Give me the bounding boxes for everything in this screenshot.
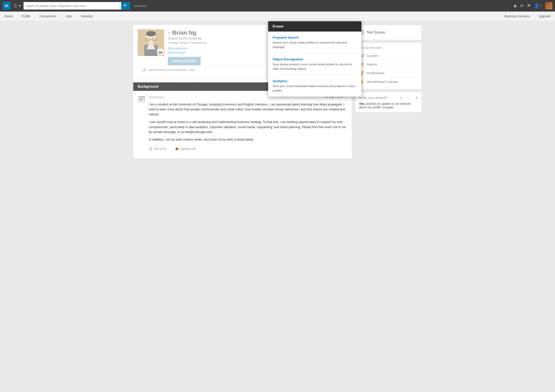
eraser-keyword-desc: Search your social media profiles to vie… <box>273 40 357 49</box>
avatar[interactable] <box>545 2 552 9</box>
add-items-list: 📰 Courses 📜 Patents 🏆 Certifications ✋ V… <box>359 52 418 86</box>
summary-icon <box>138 95 146 103</box>
svg-rect-8 <box>149 43 153 46</box>
nav-home[interactable]: Home <box>0 12 17 21</box>
notify-desc: , publish an update to my network about … <box>359 102 411 109</box>
summary-svg-icon <box>138 96 145 103</box>
nav-profile[interactable]: Profile <box>17 12 35 21</box>
summary-text: I am a student at the University of Chic… <box>149 102 347 142</box>
nav-jobs[interactable]: Jobs <box>61 12 77 21</box>
advanced-link[interactable]: Advanced <box>132 4 148 7</box>
eraser-object-desc: Scan photos posted to your social media … <box>273 62 357 71</box>
eraser-object-recognition[interactable]: Object Recognition Scan photos posted to… <box>268 53 361 75</box>
svg-rect-11 <box>139 99 144 99</box>
top-navigation: in ☰ ▾ 🔍 Advanced ◆ ✉ ⚑ 👤+ <box>0 0 555 12</box>
notify-dropdown-icon[interactable]: ▼ <box>415 96 418 99</box>
add-items-card: You can also add... 📰 Courses 📜 Patents … <box>355 43 422 89</box>
notify-title-label: Notify your network? <box>359 96 387 99</box>
summary-main: Summary ✏ Edit | ⇅ ▾ | ↕ I am a student … <box>149 95 347 150</box>
add-certifications-item[interactable]: 🏆 Certifications <box>359 69 418 78</box>
profile-url-text: www.linkedin.com/in/nwkbrian/ <box>148 68 187 72</box>
test-scores-card: 📋 Test Scores <box>355 25 422 40</box>
profile-url-edit[interactable]: Edit <box>189 68 194 72</box>
search-input[interactable] <box>23 2 121 9</box>
profile-photo-container: 📷 <box>138 29 164 56</box>
add-link-button[interactable]: 📋 Add a link <box>149 147 166 150</box>
add-person-icon[interactable]: 👤+ <box>534 3 542 8</box>
upload-label: Upload a file <box>180 147 196 150</box>
name-edit-pencil[interactable]: ✏ <box>168 31 170 35</box>
upload-file-button[interactable]: 📤 Upload a file <box>175 147 196 150</box>
hamburger-icon[interactable]: ☰ ▾ <box>12 2 22 9</box>
eraser-header: Eraser <box>268 21 361 31</box>
content-section: Summary ✏ Edit | ⇅ ▾ | ↕ I am a student … <box>133 91 352 158</box>
svg-rect-10 <box>139 98 144 98</box>
background-title: Background <box>138 85 158 89</box>
linkedin-logo[interactable]: in <box>3 2 11 10</box>
diamond-icon[interactable]: ◆ <box>513 3 517 8</box>
add-link-label: Add a link <box>154 147 166 150</box>
svg-rect-12 <box>139 100 143 101</box>
test-scores-item[interactable]: 📋 Test Scores <box>359 28 418 37</box>
notify-title-row: Notify your network? ✓ ▼ <box>359 95 418 100</box>
summary-row: Summary ✏ Edit | ⇅ ▾ | ↕ I am a student … <box>138 95 347 150</box>
courses-label: Courses <box>366 54 378 58</box>
nav-connections[interactable]: Connections <box>35 12 61 21</box>
certifications-label: Certifications <box>366 71 385 75</box>
notify-yes-label: Yes <box>359 102 364 105</box>
eraser-dropdown: Eraser Keyword Search Search your social… <box>268 21 361 97</box>
summary-para-1: I am a student at the University of Chic… <box>149 102 347 117</box>
summary-label: Summary <box>149 95 164 99</box>
search-bar: 🔍 <box>23 2 130 9</box>
nav-icons: ◆ ✉ ⚑ 👤+ <box>513 2 552 9</box>
save-exit-button[interactable]: Save and Exit <box>168 57 201 65</box>
nav-business-services[interactable]: Business Services <box>500 12 534 21</box>
name-text: Brian Ng <box>172 29 196 36</box>
eraser-analytics[interactable]: Analytics View your social media bad hab… <box>268 75 361 97</box>
summary-para-3: In addition, I am an avid creative write… <box>149 137 347 142</box>
linkedin-url-icon: 🔗 <box>142 68 146 72</box>
right-column: 📋 Test Scores You can also add... 📰 Cour… <box>355 25 422 158</box>
svg-rect-13 <box>139 96 145 97</box>
camera-button[interactable]: 📷 <box>157 49 163 55</box>
notify-text: Yes, publish an update to my network abo… <box>359 102 418 109</box>
eraser-keyword-search[interactable]: Keyword Search Search your social media … <box>268 31 361 53</box>
volunteering-label: Volunteering & Causes <box>366 80 398 83</box>
nav-interests[interactable]: Interests <box>76 12 97 21</box>
add-patents-item[interactable]: 📜 Patents <box>359 60 418 69</box>
eraser-content: Keyword Search Search your social media … <box>268 31 361 97</box>
notify-check-icon: ✓ <box>400 95 403 100</box>
flag-icon[interactable]: ⚑ <box>527 3 531 8</box>
summary-para-2: I see myself most at home in a role anal… <box>149 119 347 134</box>
upload-icon: 📤 <box>175 147 179 150</box>
add-courses-item[interactable]: 📰 Courses <box>359 52 418 60</box>
patents-label: Patents <box>366 63 377 66</box>
search-button[interactable]: 🔍 <box>121 2 130 9</box>
camera-icon: 📷 <box>159 50 162 54</box>
test-scores-label: Test Scores <box>366 30 385 34</box>
add-volunteering-item[interactable]: ✋ Volunteering & Causes <box>359 78 418 86</box>
svg-point-2 <box>146 31 156 37</box>
eraser-analytics-desc: View your social media bad habits and tr… <box>273 84 357 93</box>
you-can-also-add-label: You can also add... <box>359 46 418 49</box>
secondary-navigation: Home Profile Connections Jobs Interests … <box>0 12 555 21</box>
add-link-icon: 📋 <box>149 147 152 150</box>
nav-upgrade[interactable]: Upgrade <box>534 12 555 21</box>
secondary-nav-right: Business Services Upgrade <box>500 12 555 21</box>
eraser-keyword-title: Keyword Search <box>273 36 357 39</box>
mail-icon[interactable]: ✉ <box>520 3 524 8</box>
notify-card: Notify your network? ✓ ▼ Yes, publish an… <box>355 92 422 112</box>
eraser-object-title: Object Recognition <box>273 57 357 61</box>
eraser-analytics-title: Analytics <box>273 79 357 83</box>
